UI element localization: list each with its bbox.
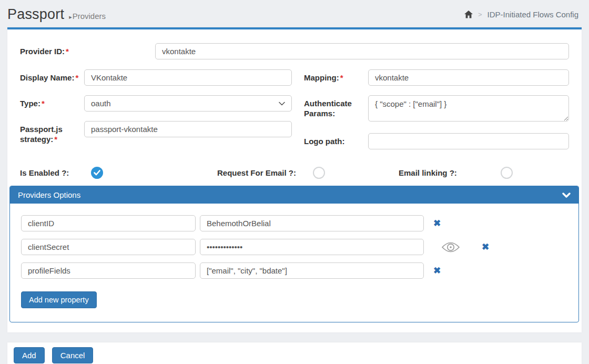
page-title: Passport (7, 6, 64, 23)
toggles-row: Is Enabled ?: Request For Email ?: Email… (20, 167, 569, 179)
type-field-row: Type:* oauth (20, 95, 292, 112)
property-value-input[interactable] (200, 215, 424, 231)
collapse-chevron-icon[interactable] (562, 193, 571, 198)
providers-options-panel: Providers Options ✖ ✖ ✖ (9, 186, 579, 322)
provider-id-input[interactable] (155, 43, 569, 59)
is-enabled-label: Is Enabled ?: (20, 168, 91, 177)
remove-property-icon[interactable]: ✖ (433, 219, 441, 228)
breadcrumb-current: IDP-Initiated Flows Config (488, 10, 578, 19)
property-key-input[interactable] (21, 215, 196, 231)
logo-path-field-row: Logo path: (304, 133, 569, 149)
required-asterisk: * (75, 73, 78, 82)
passport-strategy-input[interactable] (84, 121, 292, 137)
add-button[interactable]: Add (14, 347, 45, 363)
mapping-label: Mapping:* (304, 69, 368, 83)
check-icon (94, 170, 100, 176)
property-key-input[interactable] (21, 262, 196, 279)
mapping-input[interactable] (368, 69, 569, 86)
property-row-clientid: ✖ (21, 215, 568, 231)
add-new-property-button[interactable]: Add new property (21, 291, 97, 308)
breadcrumb: > IDP-Initiated Flows Config (464, 10, 578, 19)
providers-options-title: Providers Options (18, 190, 80, 199)
authenticate-params-label: Authenticate Params: (304, 95, 368, 118)
provider-id-label: Provider ID:* (20, 43, 155, 56)
is-enabled-toggle-group: Is Enabled ?: (20, 167, 103, 179)
property-row-profilefields: ✖ (21, 262, 568, 279)
property-key-input[interactable] (21, 239, 196, 255)
topbar: Passport ▸Providers > IDP-Initiated Flow… (0, 0, 589, 27)
footer-actions-panel: Add Cancel (7, 342, 582, 364)
page-subtitle: ▸Providers (69, 12, 106, 21)
display-name-field-row: Display Name:* (20, 69, 292, 86)
required-asterisk: * (42, 99, 45, 108)
email-linking-checkbox[interactable] (501, 167, 513, 179)
mapping-field-row: Mapping:* (304, 69, 569, 86)
display-name-label: Display Name:* (20, 69, 84, 83)
passport-strategy-field-row: Passport.js strategy:* (20, 121, 292, 144)
authenticate-params-field-row: Authenticate Params: { "scope" : ["email… (304, 95, 569, 124)
type-label: Type:* (20, 95, 84, 108)
request-for-email-checkbox[interactable] (313, 167, 325, 179)
provider-form-panel: Provider ID:* Display Name:* Type:* oaut… (7, 27, 582, 332)
type-select[interactable]: oauth (84, 95, 292, 112)
passport-strategy-label: Passport.js strategy:* (20, 121, 84, 144)
required-asterisk: * (66, 47, 69, 56)
remove-property-icon[interactable]: ✖ (482, 242, 489, 251)
chevron-down-icon (279, 102, 285, 106)
reveal-secret-eye-icon[interactable] (441, 241, 461, 254)
home-icon[interactable] (464, 11, 473, 18)
type-select-value: oauth (91, 99, 111, 108)
required-asterisk: * (54, 135, 57, 144)
logo-path-label: Logo path: (304, 133, 368, 146)
property-value-input[interactable] (200, 262, 424, 279)
email-linking-label: Email linking ?: (399, 168, 501, 177)
property-row-clientsecret: ✖ (21, 239, 568, 255)
required-asterisk: * (340, 73, 343, 82)
request-for-email-label: Request For Email ?: (217, 168, 313, 177)
providers-options-body: ✖ ✖ ✖ Add new property (10, 204, 578, 322)
display-name-input[interactable] (84, 69, 292, 86)
cancel-button[interactable]: Cancel (52, 347, 94, 363)
page-subtitle-label: Providers (73, 12, 106, 21)
authenticate-params-textarea[interactable]: { "scope" : ["email"] } (368, 95, 569, 122)
property-value-input-masked[interactable] (200, 239, 424, 255)
email-linking-toggle-group: Email linking ?: (399, 167, 513, 179)
remove-property-icon[interactable]: ✖ (433, 266, 441, 275)
logo-path-input[interactable] (368, 133, 569, 149)
providers-options-header[interactable]: Providers Options (10, 186, 578, 204)
breadcrumb-separator: > (478, 11, 482, 18)
request-for-email-toggle-group: Request For Email ?: (217, 167, 325, 179)
is-enabled-checkbox[interactable] (91, 167, 103, 179)
provider-id-field-row: Provider ID:* (20, 43, 569, 59)
subtitle-arrow-icon: ▸ (69, 14, 72, 20)
